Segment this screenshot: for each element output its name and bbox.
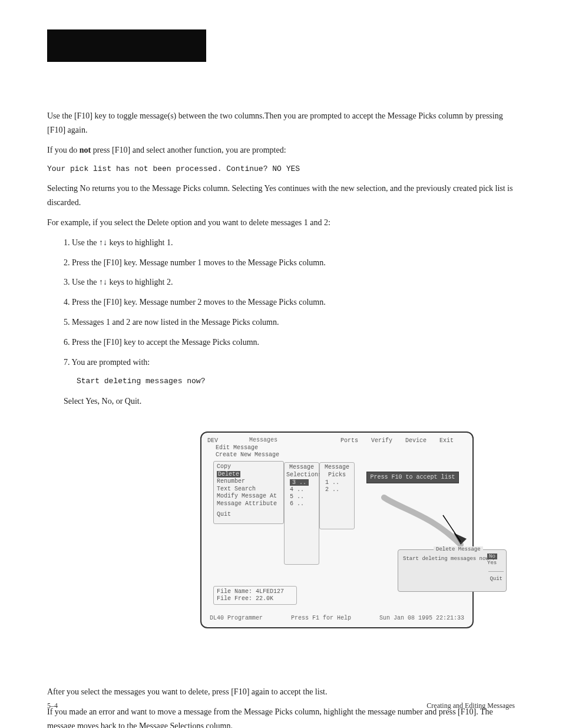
- menu-item-renumber[interactable]: Renumber: [217, 478, 280, 486]
- message-selections-column: Message Selections 3 .. 4 .. 5 .. 6 ..: [284, 462, 319, 565]
- menu-item-delete[interactable]: Delete: [217, 471, 280, 479]
- menu-item-modify[interactable]: Modify Message At: [217, 493, 280, 500]
- messages-title: Messages: [246, 437, 281, 443]
- main-body-text: Use the [F10] key to toggle message(s) b…: [47, 109, 515, 408]
- col-header: Message: [286, 464, 317, 470]
- selection-item[interactable]: 5 ..: [290, 493, 317, 500]
- paragraph: For example, if you select the Delete op…: [47, 216, 515, 230]
- app-window: DEV Ports Verify Device Exit Messages Ed…: [200, 431, 474, 628]
- popup-no-button[interactable]: No: [487, 554, 504, 560]
- popup-yes-button[interactable]: Yes: [487, 560, 504, 566]
- popup-title: Delete Message: [434, 546, 483, 552]
- file-name-label: File Name:: [217, 588, 252, 595]
- selection-item[interactable]: 3 ..: [290, 479, 317, 486]
- list-item: Select Yes, No, or Quit.: [47, 394, 515, 409]
- list-item: 6. Press the [F10] key to accept the Mes…: [47, 335, 515, 350]
- messages-top-panel: Edit Message Create New Message: [213, 443, 283, 460]
- menu-device[interactable]: Device: [405, 437, 427, 444]
- paragraph: Selecting No returns you to the Message …: [47, 182, 515, 210]
- status-right: Sun Jan 08 1995 22:21:33: [379, 615, 464, 621]
- menu-item-edit-message[interactable]: Edit Message: [216, 444, 280, 452]
- inline-prompt: Start deleting messages now?: [77, 375, 515, 388]
- status-left: DL40 Programmer: [210, 615, 263, 621]
- col-header: Picks: [322, 472, 352, 478]
- status-bar: DL40 Programmer Press F1 for Help Sun Ja…: [210, 615, 464, 621]
- menu-item-text-search[interactable]: Text Search: [217, 486, 280, 493]
- list-item: 4. Press the [F10] key. Message number 2…: [47, 295, 515, 309]
- popup-divider: [488, 571, 504, 572]
- delete-message-popup: Delete Message Start deleting messages n…: [398, 549, 507, 592]
- list-item: 7. You are prompted with:: [47, 355, 515, 370]
- text-run: If you do: [47, 146, 77, 154]
- selection-item[interactable]: 4 ..: [290, 486, 317, 493]
- chapter-black-bar: [47, 29, 206, 62]
- file-name-value: 4LFED127: [256, 588, 284, 595]
- menu-item-attribute[interactable]: Message Attribute: [217, 500, 280, 508]
- menu-item-create-message[interactable]: Create New Message: [216, 452, 280, 459]
- svg-line-0: [443, 515, 461, 542]
- accept-list-prompt: Press F10 to accept list: [366, 472, 459, 483]
- message-picks-column: Message Picks 1 .. 2 ..: [319, 462, 355, 529]
- menu-ports[interactable]: Ports: [340, 437, 358, 444]
- file-free-label: File Free:: [217, 595, 252, 602]
- inline-prompt: Your pick list has not been processed. C…: [47, 163, 515, 176]
- text-run: press [F10] and select another function,…: [93, 146, 286, 154]
- paragraph: Use the [F10] key to toggle message(s) b…: [47, 109, 515, 137]
- list-item: 3. Use the ↑↓ keys to highlight 2.: [47, 275, 515, 289]
- menu-item-quit[interactable]: Quit: [217, 511, 280, 519]
- col-header: Selections: [286, 472, 317, 478]
- selection-item[interactable]: 6 ..: [290, 500, 317, 508]
- file-free-value: 22.0K: [256, 595, 273, 602]
- paragraph: After you select the messages you want t…: [47, 685, 515, 699]
- paragraph: If you do not press [F10] and select ano…: [47, 143, 515, 157]
- pick-item[interactable]: 1 ..: [325, 479, 352, 486]
- screenshot-figure: DEV Ports Verify Device Exit Messages Ed…: [200, 431, 495, 638]
- footer-section: Creating and Editing Messages: [427, 701, 515, 710]
- menu-item-copy[interactable]: Copy: [217, 463, 280, 471]
- page-footer: 5–4 Creating and Editing Messages: [47, 701, 515, 710]
- list-item: 1. Use the ↑↓ keys to highlight 1.: [47, 236, 515, 250]
- status-mid: Press F1 for Help: [291, 615, 351, 621]
- file-info-block: File Name: 4LFED127 File Free: 22.0K: [213, 586, 297, 605]
- list-item: 5. Messages 1 and 2 are now listed in th…: [47, 315, 515, 330]
- list-item: 2. Press the [F10] key. Message number 1…: [47, 256, 515, 270]
- messages-sub-panel: Copy Delete Renumber Text Search Modify …: [213, 461, 284, 524]
- footer-page-number: 5–4: [47, 701, 58, 710]
- menu-exit[interactable]: Exit: [439, 437, 454, 444]
- col-header: Message: [322, 464, 352, 470]
- menu-verify[interactable]: Verify: [371, 437, 392, 444]
- popup-quit-button[interactable]: Quit: [490, 576, 503, 582]
- popup-text: Start deleting messages now ?: [403, 556, 495, 562]
- pick-item[interactable]: 2 ..: [325, 486, 352, 493]
- text-bold-not: not: [80, 146, 91, 154]
